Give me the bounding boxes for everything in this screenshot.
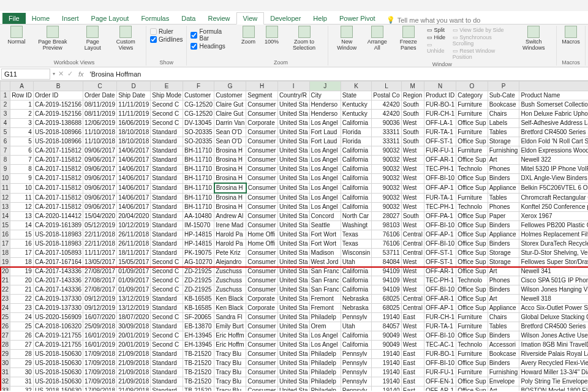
cell[interactable]: United Sta: [277, 267, 309, 276]
cell[interactable]: TEC-PH-1: [424, 276, 456, 285]
formula-bar[interactable]: 'Brosina Hoffman: [88, 69, 588, 79]
cell[interactable]: Poly String Tie Envelopes: [519, 377, 588, 386]
cell[interactable]: US-2018-150630: [33, 377, 83, 386]
cell[interactable]: TB-21520: [183, 359, 214, 368]
cell[interactable]: Texas: [341, 230, 372, 239]
cell[interactable]: Central: [401, 239, 424, 249]
cell[interactable]: FUR-BO-1: [424, 350, 456, 359]
cell[interactable]: Standard: [151, 183, 183, 193]
cell[interactable]: 25: [10, 322, 34, 331]
row-header-19[interactable]: 19: [1, 258, 10, 267]
cell[interactable]: OFF-AP-1: [424, 230, 456, 239]
cell[interactable]: Wisconsin: [341, 249, 372, 258]
cell[interactable]: Los Angel: [309, 174, 341, 184]
cell[interactable]: Standard: [151, 386, 183, 391]
row-header-20[interactable]: 20: [1, 267, 10, 276]
row-header-27[interactable]: 27: [1, 331, 10, 341]
cell[interactable]: 17: [10, 249, 34, 258]
cell[interactable]: 16/01/2019: [83, 331, 117, 341]
cell[interactable]: Furniture: [456, 128, 488, 137]
cell[interactable]: TB-21520: [183, 350, 214, 359]
cell[interactable]: 12: [10, 203, 34, 212]
cell[interactable]: Accessori: [488, 341, 519, 350]
cell[interactable]: CA-2017-167164: [33, 258, 83, 267]
zoom-selection-button[interactable]: Zoom to Selection: [285, 26, 324, 51]
cell[interactable]: TEC-PH-1: [424, 203, 456, 212]
cell[interactable]: OFF-BI-10: [424, 359, 456, 368]
cell[interactable]: TEC-PH-1: [424, 165, 456, 174]
ruler-checkbox[interactable]: Ruler: [150, 28, 183, 35]
cell[interactable]: Chairs: [488, 110, 519, 119]
cell[interactable]: Mitel 5320 IP Phone VoIP phone: [519, 165, 588, 174]
cell[interactable]: CG-12520: [183, 110, 214, 119]
cell[interactable]: Eric Hoffm: [214, 331, 246, 341]
cell[interactable]: PK-19075: [183, 249, 214, 258]
cell[interactable]: Fellowes Super Stor/Drawer: [519, 258, 588, 267]
cell[interactable]: Brosina H: [214, 203, 246, 212]
cell[interactable]: Standard: [151, 174, 183, 184]
cell[interactable]: Paper: [488, 212, 519, 221]
cell[interactable]: West: [401, 285, 424, 295]
cell[interactable]: Second C: [151, 119, 183, 128]
cell[interactable]: Consumer: [246, 359, 278, 368]
cell[interactable]: 5: [10, 137, 34, 146]
cell[interactable]: OFF-PA-1: [424, 212, 456, 221]
cell[interactable]: Howard Miller 13-3/4" Diameter Brushed C…: [519, 368, 588, 377]
cell[interactable]: West: [401, 322, 424, 331]
cell[interactable]: CA-2017-115812: [33, 203, 83, 212]
cell[interactable]: East: [401, 368, 424, 377]
cell[interactable]: TB-21520: [183, 368, 214, 377]
cell[interactable]: Home Offi: [246, 230, 278, 239]
cell[interactable]: West: [401, 267, 424, 276]
cell[interactable]: 14/06/2017: [117, 156, 151, 165]
cell[interactable]: OFF-ST-1: [424, 249, 456, 258]
cell[interactable]: 6: [10, 146, 34, 156]
cell[interactable]: Central: [401, 304, 424, 313]
cell[interactable]: Binders: [488, 285, 519, 295]
tab-view[interactable]: View: [236, 12, 265, 24]
cell[interactable]: United Sta: [277, 119, 309, 128]
new-window-button[interactable]: New Window: [332, 26, 362, 51]
cell[interactable]: 27: [10, 341, 34, 350]
cell[interactable]: 20/01/2019: [117, 341, 151, 350]
cell[interactable]: South: [401, 128, 424, 137]
cell[interactable]: Office Sup: [456, 183, 488, 193]
cell[interactable]: West: [401, 165, 424, 174]
cell[interactable]: 90032: [372, 174, 401, 184]
cell[interactable]: Brosina H: [214, 183, 246, 193]
cell[interactable]: Utah: [341, 258, 372, 267]
cell[interactable]: 13: [10, 212, 34, 221]
cell[interactable]: Office Sup: [456, 156, 488, 165]
cell[interactable]: Central: [401, 249, 424, 258]
row-header-21[interactable]: 21: [1, 276, 10, 285]
cell[interactable]: Corporate: [246, 119, 278, 128]
cell[interactable]: West: [401, 203, 424, 212]
cell[interactable]: EH-13945: [183, 331, 214, 341]
cell[interactable]: Consumer: [246, 156, 278, 165]
cell[interactable]: Office Sup: [456, 386, 488, 391]
cell[interactable]: 68025: [372, 295, 401, 304]
cell[interactable]: South: [401, 212, 424, 221]
cell[interactable]: Global Deluxe Stacking Chair, Gray: [519, 313, 588, 322]
cell[interactable]: Phones: [488, 276, 519, 285]
reset-window-button[interactable]: ▭ Reset Window Position: [453, 48, 513, 60]
cell[interactable]: Corporate: [246, 304, 278, 313]
cell[interactable]: Zuschuss: [214, 285, 246, 295]
cell[interactable]: Pennsylv: [341, 350, 372, 359]
cell[interactable]: Sean O'D: [214, 128, 246, 137]
cell[interactable]: SF-20065: [183, 313, 214, 322]
cell[interactable]: Home Offi: [246, 239, 278, 249]
cell[interactable]: Consumer: [246, 146, 278, 156]
cell[interactable]: Appliance: [488, 304, 519, 313]
cell[interactable]: Wilson Jones Active Use Binders: [519, 331, 588, 341]
cell[interactable]: Central: [401, 230, 424, 239]
cell[interactable]: Brosina H: [214, 193, 246, 203]
row-header-25[interactable]: 25: [1, 313, 10, 322]
cell[interactable]: 11/11/2017: [83, 249, 117, 258]
cell[interactable]: Standard: [151, 165, 183, 174]
cell[interactable]: BH-11710: [183, 146, 214, 156]
cell[interactable]: 08/11/2019: [83, 100, 117, 110]
tab-data[interactable]: Data: [175, 13, 202, 24]
cell[interactable]: Binders: [488, 174, 519, 184]
cell[interactable]: California: [341, 285, 372, 295]
